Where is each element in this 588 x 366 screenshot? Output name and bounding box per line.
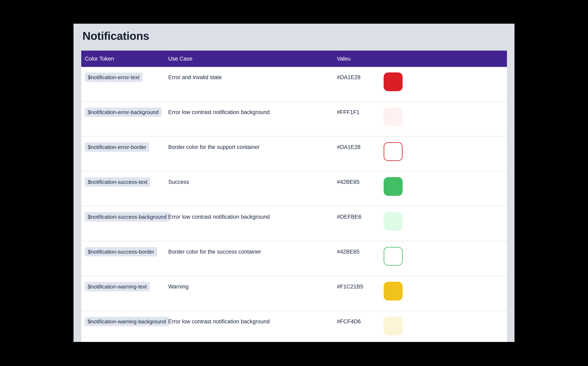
color-token-badge: $notification-success-border xyxy=(85,247,157,256)
page-background: Notifications Color Token Use Case Valeu… xyxy=(0,0,588,366)
color-swatch xyxy=(384,282,403,300)
swatch-cell xyxy=(384,276,507,311)
color-token-cell: $notification-warning-text xyxy=(81,276,168,311)
column-header-color-token: Color Token xyxy=(81,56,168,62)
swatch-cell xyxy=(384,311,507,342)
color-token-badge: $notification-error-text xyxy=(85,73,142,82)
table-row: $notification-error-background Error low… xyxy=(81,102,507,137)
color-token-badge: $notification-success-text xyxy=(85,177,150,187)
use-case-text: Error low contrast notification backgrou… xyxy=(168,206,337,241)
color-swatch xyxy=(384,317,403,336)
page-title: Notifications xyxy=(83,30,149,42)
use-case-text: Success xyxy=(168,172,337,206)
color-swatch xyxy=(384,72,403,91)
use-case-text: Error low contrast notification backgrou… xyxy=(168,102,337,136)
table-row: $notification-warning-background Error l… xyxy=(81,311,507,342)
color-token-cell: $notification-error-border xyxy=(81,137,168,171)
column-header-use-case: Use Case xyxy=(168,56,337,62)
value-text: #DA1E28 xyxy=(337,67,384,101)
use-case-text: Warning xyxy=(168,276,337,311)
color-swatch xyxy=(384,177,403,196)
color-tokens-table: Color Token Use Case Valeu $notification… xyxy=(81,51,507,342)
value-text: #F1C21B5 xyxy=(337,276,384,311)
color-swatch xyxy=(384,212,403,231)
color-swatch xyxy=(384,107,403,126)
color-token-badge: $notification-success-background xyxy=(85,212,170,221)
table-row: $notification-success-background Error l… xyxy=(81,206,507,241)
value-text: #42BE65 xyxy=(337,172,384,206)
table-row: $notification-error-text Error and inval… xyxy=(81,67,507,102)
swatch-cell xyxy=(384,137,507,171)
use-case-text: Error low contrast notification backgrou… xyxy=(168,311,337,342)
color-token-cell: $notification-success-border xyxy=(81,241,168,276)
table-row: $notification-success-border Border colo… xyxy=(81,241,507,276)
value-text: #DA1E28 xyxy=(337,137,384,171)
use-case-text: Error and invalid state xyxy=(168,67,337,101)
table-row: $notification-success-text Success #42BE… xyxy=(81,172,507,206)
color-swatch xyxy=(384,247,403,266)
color-token-badge: $notification-warning-text xyxy=(85,282,150,291)
value-text: #42BE65 xyxy=(337,241,384,276)
color-swatch xyxy=(384,142,403,161)
swatch-cell xyxy=(384,102,507,136)
swatch-cell xyxy=(384,67,507,101)
color-token-cell: $notification-error-background xyxy=(81,102,168,136)
swatch-cell xyxy=(384,172,507,206)
content-area: Notifications Color Token Use Case Valeu… xyxy=(74,24,514,342)
use-case-text: Border color for the success container xyxy=(168,241,337,276)
color-token-cell: $notification-warning-background xyxy=(81,311,168,342)
value-text: #FCF4D6 xyxy=(337,311,384,342)
table-body: $notification-error-text Error and inval… xyxy=(81,67,507,342)
swatch-cell xyxy=(384,206,507,241)
value-text: #DEFBE6 xyxy=(337,206,384,241)
color-token-cell: $notification-success-background xyxy=(81,206,168,241)
color-token-badge: $notification-error-background xyxy=(85,107,162,117)
swatch-cell xyxy=(384,241,507,276)
use-case-text: Border color for the support container xyxy=(168,137,337,171)
table-row: $notification-warning-text Warning #F1C2… xyxy=(81,276,507,311)
table-header-row: Color Token Use Case Valeu xyxy=(81,51,507,67)
color-token-cell: $notification-success-text xyxy=(81,172,168,206)
color-token-badge: $notification-error-border xyxy=(85,142,149,152)
table-row: $notification-error-border Border color … xyxy=(81,137,507,172)
value-text: #FFF1F1 xyxy=(337,102,384,136)
color-token-badge: $notification-warning-background xyxy=(85,317,169,326)
color-token-cell: $notification-error-text xyxy=(81,67,168,101)
column-header-value: Valeu xyxy=(337,56,384,62)
